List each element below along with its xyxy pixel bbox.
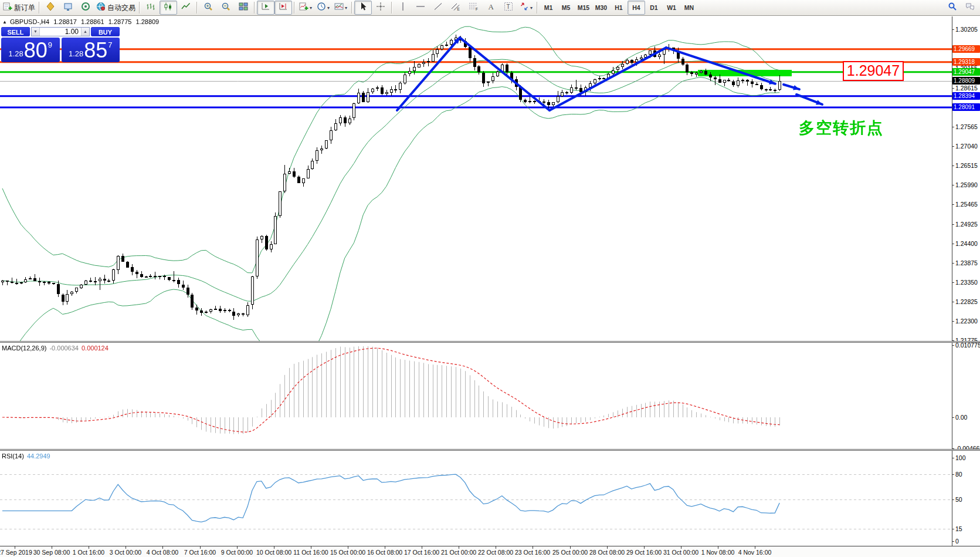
buy-price-prefix: 1.28 xyxy=(69,48,83,60)
toolbar-separator xyxy=(196,2,198,13)
collapse-icon[interactable]: ▲ xyxy=(2,19,7,25)
toolbar-text-label-button[interactable]: T xyxy=(500,1,517,15)
toolbar-vertical-line-button[interactable] xyxy=(394,1,412,15)
price-axis-tick-label: 1.22300 xyxy=(955,318,978,325)
toolbar-chart-shift-button[interactable] xyxy=(274,1,292,15)
toolbar-crosshair-button[interactable] xyxy=(372,1,389,15)
toolbar-tf-w1-button[interactable]: W1 xyxy=(663,1,680,15)
price-axis-tick-label: 1.23350 xyxy=(955,279,978,286)
toolbar-tf-d1-button[interactable]: D1 xyxy=(645,1,663,15)
price-axis-tick xyxy=(952,166,954,166)
time-axis-label: 27 Sep 2019 xyxy=(0,549,32,556)
time-axis-label: 25 Oct 00:00 xyxy=(552,549,588,556)
toolbar-tf-mn-button[interactable]: MN xyxy=(680,1,698,15)
toolbar-autotrading-button[interactable]: 自动交易 xyxy=(94,1,137,15)
tf-m15-label: M15 xyxy=(578,4,589,11)
price-axis-tick xyxy=(952,302,954,302)
trend-line-icon xyxy=(433,2,443,13)
one-click-trading-panel: SELL ▼ ▲ BUY 1.28 80 9 1.28 85 7 xyxy=(1,27,120,62)
autotrading-label: 自动交易 xyxy=(107,3,135,13)
volume-decrease-icon[interactable]: ▼ xyxy=(32,28,40,36)
autotrading-icon xyxy=(96,2,106,13)
ohlc-low: 1.28775 xyxy=(108,18,132,25)
toolbar-tf-m1-button[interactable]: M1 xyxy=(540,1,557,15)
toolbar-line-chart-button[interactable] xyxy=(177,1,195,15)
rsi-pane-canvas[interactable] xyxy=(0,451,952,546)
time-axis-label: 16 Oct 08:00 xyxy=(367,549,402,556)
buy-price-display[interactable]: 1.28 85 7 xyxy=(62,38,120,62)
price-level-badge: 1.29318 xyxy=(952,58,980,66)
volume-stepper: ▼ ▲ xyxy=(31,27,90,36)
tf-m30-label: M30 xyxy=(595,4,607,11)
chevron-down-icon[interactable]: ▾ xyxy=(310,5,312,11)
price-axis: 1.302051.291551.286151.275651.270401.265… xyxy=(952,0,980,557)
toolbar-auto-scroll-button[interactable] xyxy=(257,1,274,15)
toolbar-tf-h1-button[interactable]: H1 xyxy=(610,1,628,15)
price-axis-tick xyxy=(952,282,954,283)
toolbar-periods-button[interactable]: ▾ xyxy=(314,1,332,15)
pane-separator[interactable] xyxy=(0,341,980,343)
chevron-down-icon[interactable]: ▾ xyxy=(530,5,533,11)
chart-shift-icon xyxy=(279,2,288,13)
toolbar-zoom-out-button[interactable] xyxy=(217,1,235,15)
toolbar-new-order-button[interactable]: 新订单 xyxy=(1,1,37,15)
toolbar-candle-chart-button[interactable] xyxy=(160,1,177,15)
buy-button[interactable]: BUY xyxy=(91,27,120,36)
horizontal-line-icon xyxy=(416,2,425,13)
time-axis-label: 10 Oct 08:00 xyxy=(256,549,291,556)
zoom-out-icon xyxy=(221,2,230,13)
toolbar-tf-m15-button[interactable]: M15 xyxy=(575,1,592,15)
tf-h4-label: H4 xyxy=(632,4,640,11)
toolbar-arrows-button[interactable]: ▾ xyxy=(517,1,535,15)
price-callout-box: 1.29047 xyxy=(843,61,904,81)
price-chart-canvas[interactable] xyxy=(0,16,952,341)
macd-pane-canvas[interactable] xyxy=(0,343,952,449)
time-axis-label: 30 Sep 08:00 xyxy=(33,549,70,556)
rsi-axis-tick xyxy=(952,458,954,458)
toolbar-equidistant-channel-button[interactable]: E xyxy=(447,1,464,15)
price-axis-tick-label: 1.27040 xyxy=(955,143,978,150)
ohlc-close: 1.28809 xyxy=(135,18,159,25)
price-axis-tick-label: 1.25990 xyxy=(955,181,978,188)
time-axis-label: 21 Oct 00:00 xyxy=(441,549,476,556)
tf-m5-label: M5 xyxy=(562,4,571,11)
toolbar-market-watch-button[interactable] xyxy=(42,1,59,15)
macd-signal-value: 0.000124 xyxy=(82,345,108,352)
toolbar-tf-m5-button[interactable]: M5 xyxy=(557,1,575,15)
macd-axis-tick-label: -0.004668 xyxy=(955,445,980,452)
sell-button[interactable]: SELL xyxy=(1,27,30,36)
toolbar-templates-button[interactable]: ▾ xyxy=(332,1,350,15)
volume-increase-icon[interactable]: ▲ xyxy=(81,28,89,36)
toolbar-bar-chart-button[interactable] xyxy=(142,1,160,15)
toolbar-tile-windows-button[interactable] xyxy=(235,1,252,15)
toolbar-data-window-button[interactable] xyxy=(59,1,77,15)
rsi-value: 44.2949 xyxy=(27,453,50,460)
templates-icon xyxy=(334,2,344,13)
new-order-label: 新订单 xyxy=(14,3,35,13)
sell-price-display[interactable]: 1.28 80 9 xyxy=(1,38,60,62)
toolbar-zoom-in-button[interactable] xyxy=(199,1,217,15)
toolbar-fibonacci-button[interactable]: F xyxy=(464,1,482,15)
toolbar-text-button[interactable]: A xyxy=(482,1,500,15)
sell-price-prefix: 1.28 xyxy=(8,48,23,60)
price-axis-tick-label: 1.28615 xyxy=(955,85,978,92)
chevron-down-icon[interactable]: ▾ xyxy=(327,5,330,11)
chevron-down-icon[interactable]: ▾ xyxy=(345,5,347,11)
toolbar-separator xyxy=(139,2,140,13)
volume-input[interactable] xyxy=(40,28,81,36)
price-axis-tick-label: 1.30205 xyxy=(955,26,978,33)
zoom-in-icon xyxy=(204,2,213,13)
toolbar-trend-line-button[interactable] xyxy=(429,1,447,15)
price-axis-tick xyxy=(952,29,954,30)
pane-separator[interactable] xyxy=(0,449,980,451)
toolbar-tf-h4-button[interactable]: H4 xyxy=(628,1,645,15)
toolbar-horizontal-line-button[interactable] xyxy=(412,1,429,15)
buy-price-big: 85 xyxy=(84,40,107,60)
toolbar-cursor-button[interactable] xyxy=(354,1,372,15)
toolbar-strategy-tester-button[interactable] xyxy=(77,1,94,15)
ohlc-open: 1.28817 xyxy=(53,18,77,25)
text-label-icon: T xyxy=(504,2,513,13)
toolbar-tf-m30-button[interactable]: M30 xyxy=(592,1,610,15)
toolbar-indicators-button[interactable]: ▾ xyxy=(297,1,314,15)
bar-chart-icon xyxy=(146,2,155,13)
